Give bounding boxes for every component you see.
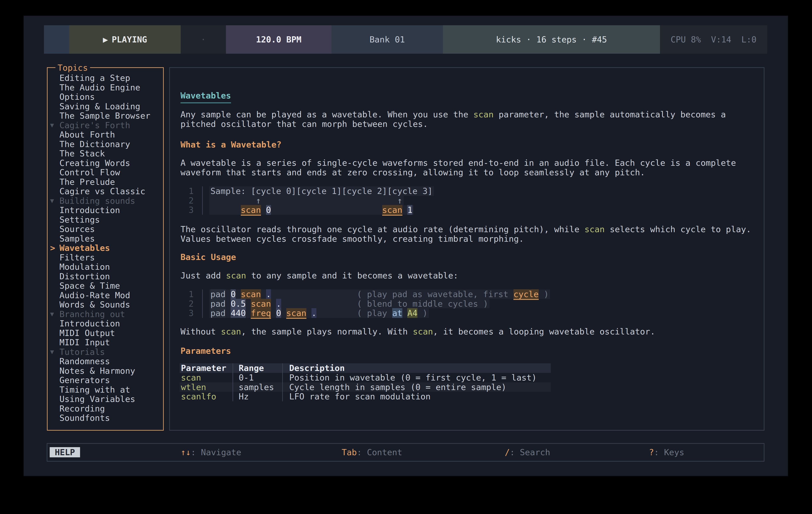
code-text: Sample: [cycle 0][cycle 1][cycle 2][cycl… xyxy=(210,186,433,196)
paragraph-oscillator: The oscillator reads through one cycle a… xyxy=(180,224,751,244)
track-info[interactable]: kicks · 16 steps · #45 xyxy=(443,25,660,54)
collapse-triangle-icon: ▼ xyxy=(50,196,54,206)
sidebar-item-midi-input[interactable]: MIDI Input xyxy=(48,338,163,347)
spacer xyxy=(316,308,357,318)
sidebar-item-samples[interactable]: Samples xyxy=(48,234,163,243)
sidebar-item-recording[interactable]: Recording xyxy=(48,404,163,414)
item-label: Cagire vs Classic xyxy=(59,186,145,196)
hint-search: /: Search xyxy=(505,444,550,461)
sidebar-section-branching-out[interactable]: ▼Branching out xyxy=(48,309,163,319)
sidebar-item-wavetables-selected[interactable]: >Wavetables xyxy=(48,243,163,253)
section-label: Tutorials xyxy=(59,347,105,357)
app-window: ▶PLAYING · 120.0 BPM Bank 01 kicks · 16 … xyxy=(24,16,788,476)
sidebar-item-creating-words[interactable]: Creating Words xyxy=(48,158,163,168)
key-arrows: ↑↓ xyxy=(181,447,191,457)
gutter-divider xyxy=(202,205,203,215)
sidebar-item-audio-rate-mod[interactable]: Audio-Rate Mod xyxy=(48,291,163,300)
sidebar-item-options[interactable]: Options xyxy=(48,92,163,102)
sidebar-item-words-sounds[interactable]: Words & Sounds xyxy=(48,300,163,309)
item-label: Saving & Loading xyxy=(59,101,140,111)
token-dot: . xyxy=(266,289,271,299)
item-label: Randomness xyxy=(59,356,110,366)
token-number: 0.5 xyxy=(231,299,246,309)
paragraph-definition: A wavetable is a series of single-cycle … xyxy=(180,158,736,177)
hint-keys: ?: Keys xyxy=(649,444,684,461)
sidebar-item-modulation[interactable]: Modulation xyxy=(48,262,163,272)
item-label: The Sample Browser xyxy=(59,111,150,121)
sidebar-item-the-dictionary[interactable]: The Dictionary xyxy=(48,140,163,149)
mode-badge: HELP xyxy=(50,447,80,457)
code-block-usage: 1pad 0 scan . ( play pad as wavetable, f… xyxy=(180,290,550,318)
sidebar-item-space-time[interactable]: Space & Time xyxy=(48,281,163,291)
sidebar-item-using-variables[interactable]: Using Variables xyxy=(48,394,163,404)
transport-status[interactable]: ▶PLAYING xyxy=(69,25,181,54)
key-question: ? xyxy=(649,447,654,457)
item-label: Space & Time xyxy=(59,281,120,291)
sidebar-item-filters[interactable]: Filters xyxy=(48,253,163,262)
content-panel[interactable]: Wavetables Any sample can be played as a… xyxy=(169,67,764,431)
sidebar-item-notes-harmony[interactable]: Notes & Harmony xyxy=(48,366,163,375)
sidebar-item-settings[interactable]: Settings xyxy=(48,215,163,224)
sidebar-item-control-flow[interactable]: Control Flow xyxy=(48,168,163,177)
sidebar-item-the-stack[interactable]: The Stack xyxy=(48,149,163,158)
item-label: Introduction xyxy=(59,319,120,328)
gutter-divider xyxy=(202,290,203,299)
item-label: Using Variables xyxy=(59,394,135,404)
gutter-divider xyxy=(202,196,203,205)
bank-display[interactable]: Bank 01 xyxy=(331,25,443,54)
sidebar-item-generators[interactable]: Generators xyxy=(48,375,163,385)
sidebar-section-tutorials[interactable]: ▼Tutorials xyxy=(48,347,163,357)
sidebar-item-the-sample-browser[interactable]: The Sample Browser xyxy=(48,111,163,121)
sidebar-item-introduction-building[interactable]: Introduction xyxy=(48,205,163,215)
token-pad: pad xyxy=(210,289,226,299)
sidebar-item-the-prelude[interactable]: The Prelude xyxy=(48,177,163,187)
sidebar-item-distortion[interactable]: Distortion xyxy=(48,272,163,281)
text: , the sample plays normally. With xyxy=(241,327,413,336)
token-dot: . xyxy=(276,299,281,309)
sidebar-item-the-audio-engine[interactable]: The Audio Engine xyxy=(48,83,163,92)
bpm-display[interactable]: 120.0 BPM xyxy=(226,25,331,54)
comment-text: ( play xyxy=(357,308,392,318)
token-a4: A4 xyxy=(407,308,417,318)
token-cycle: cycle xyxy=(514,289,539,300)
sidebar-item-timing-with-at[interactable]: Timing with at xyxy=(48,385,163,395)
text: Any sample can be played as a wavetable.… xyxy=(180,110,473,119)
sidebar-item-introduction-branching[interactable]: Introduction xyxy=(48,319,163,328)
code-line: 2 ↑ ↑ xyxy=(180,196,434,205)
item-label: Control Flow xyxy=(59,168,120,177)
sidebar-item-midi-output[interactable]: MIDI Output xyxy=(48,328,163,338)
spacer xyxy=(246,308,251,318)
sidebar-item-saving-loading[interactable]: Saving & Loading xyxy=(48,102,163,111)
section-label: Cagire's Forth xyxy=(59,120,130,130)
item-label: The Dictionary xyxy=(59,139,130,149)
sidebar-item-soundfonts[interactable]: Soundfonts xyxy=(48,413,163,423)
item-label: Generators xyxy=(59,375,110,385)
spacer xyxy=(281,299,357,309)
key-slash: / xyxy=(505,447,510,457)
sidebar-item-sources[interactable]: Sources xyxy=(48,224,163,234)
keyword-scan: scan xyxy=(473,110,493,119)
sidebar-item-editing-a-step[interactable]: Editing a Step xyxy=(48,73,163,83)
key-tab: Tab xyxy=(342,447,357,457)
item-label: About Forth xyxy=(59,130,115,140)
spacer xyxy=(271,299,276,309)
sidebar-section-building-sounds[interactable]: ▼Building sounds xyxy=(48,196,163,206)
page-title: Wavetables xyxy=(180,91,231,103)
token-number: 0 xyxy=(276,308,281,318)
sidebar-section-cagires-forth[interactable]: ▼Cagire's Forth xyxy=(48,121,163,130)
text: , it becomes a looping wavetable oscilla… xyxy=(433,327,655,336)
text: Just add xyxy=(180,271,226,280)
col-header-description: Description xyxy=(283,363,551,373)
sidebar-item-cagire-vs-classic[interactable]: Cagire vs Classic xyxy=(48,186,163,196)
sidebar-item-randomness[interactable]: Randomness xyxy=(48,357,163,366)
item-label: Options xyxy=(59,92,95,102)
text: to any sample and it becomes a wavetable… xyxy=(246,271,458,280)
cell-range: samples xyxy=(233,383,283,392)
table-row: wtlensamplesCycle length in samples (0 =… xyxy=(180,383,551,392)
gutter-divider xyxy=(202,186,203,196)
spacer xyxy=(261,205,266,215)
sidebar-item-about-forth[interactable]: About Forth xyxy=(48,130,163,140)
token-at: at xyxy=(392,308,402,318)
item-label: Filters xyxy=(59,252,95,262)
screen: ▶PLAYING · 120.0 BPM Bank 01 kicks · 16 … xyxy=(0,0,812,514)
